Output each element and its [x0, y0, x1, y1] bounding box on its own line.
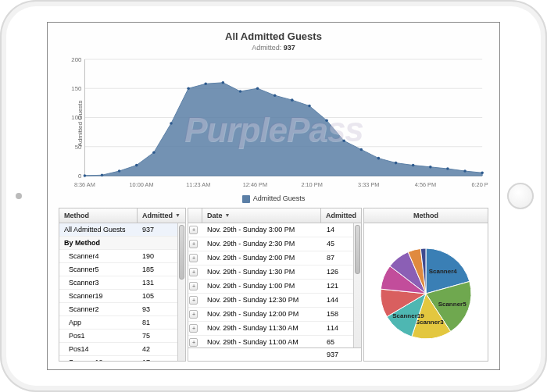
svg-point-32 — [291, 98, 294, 102]
svg-point-31 — [274, 94, 277, 97]
svg-point-40 — [429, 166, 432, 169]
device-frame: All Admitted Guests Admitted: 937 Admitt… — [0, 0, 547, 392]
table-row[interactable]: Scanner1017 — [59, 356, 185, 361]
screen: All Admitted Guests Admitted: 937 Admitt… — [47, 22, 500, 370]
expand-icon[interactable]: + — [189, 338, 198, 347]
svg-text:4:56 PM: 4:56 PM — [415, 181, 436, 188]
scrollbar-track[interactable] — [353, 223, 361, 347]
svg-text:6:20 PM: 6:20 PM — [471, 181, 488, 188]
expand-icon[interactable]: + — [189, 240, 198, 248]
svg-point-41 — [446, 167, 449, 170]
table-row[interactable]: + Nov. 29th - Sunday 12:30 PM 144 — [188, 294, 361, 308]
subtitle: Admitted: 937 — [59, 44, 488, 52]
home-button[interactable] — [507, 183, 534, 209]
expand-icon[interactable]: + — [189, 254, 198, 262]
svg-point-38 — [395, 162, 398, 165]
page-title: All Admitted Guests — [59, 30, 488, 42]
table-row[interactable]: + Nov. 29th - Sunday 11:30 AM 114 — [188, 322, 361, 336]
svg-text:12:46 PM: 12:46 PM — [243, 181, 267, 188]
svg-point-23 — [135, 164, 138, 167]
table-row[interactable]: Scanner293 — [59, 303, 185, 316]
date-panel: Date▼ Admitted + Nov. 29th - Sunday 3:00… — [188, 208, 362, 362]
legend-swatch — [242, 195, 250, 203]
table-row[interactable]: Scanner3131 — [59, 276, 185, 290]
scrollbar-thumb[interactable] — [179, 225, 184, 280]
svg-text:2:10 PM: 2:10 PM — [301, 181, 322, 188]
svg-text:150: 150 — [71, 85, 82, 92]
table-row[interactable]: + Nov. 29th - Sunday 3:00 PM 14 — [188, 223, 361, 237]
date-footer: 937 — [188, 347, 361, 361]
expand-icon[interactable]: + — [189, 282, 198, 290]
col-date[interactable]: Date▼ — [202, 208, 321, 223]
table-row[interactable]: + Nov. 29th - Sunday 11:00 AM 65 — [188, 336, 361, 347]
footer-total: 937 — [322, 348, 361, 361]
table-row[interactable]: + Nov. 29th - Sunday 2:30 PM 45 — [188, 237, 361, 251]
sort-desc-icon: ▼ — [224, 212, 230, 218]
svg-point-27 — [204, 82, 207, 85]
table-row[interactable]: Pos175 — [59, 330, 185, 343]
admitted-total: 937 — [284, 44, 295, 52]
svg-text:8:36 AM: 8:36 AM — [74, 181, 95, 188]
section-header: By Method — [59, 237, 185, 250]
col-method-pie: Method — [364, 208, 488, 223]
scrollbar-track[interactable] — [177, 223, 185, 361]
svg-point-42 — [463, 169, 467, 173]
svg-point-36 — [360, 148, 363, 151]
svg-text:200: 200 — [71, 56, 82, 63]
table-row[interactable]: + Nov. 29th - Sunday 1:30 PM 126 — [188, 265, 361, 280]
expand-icon[interactable]: + — [189, 296, 198, 305]
expand-icon[interactable]: + — [189, 324, 198, 333]
svg-text:11:23 AM: 11:23 AM — [186, 181, 210, 188]
table-row[interactable]: Pos1442 — [59, 343, 185, 356]
pie-chart: Scanner4Scanner5Scanner3Scanner19 — [364, 223, 488, 361]
chart-legend: Admitted Guests — [59, 194, 488, 203]
expand-icon[interactable]: + — [189, 310, 198, 319]
col-method[interactable]: Method — [59, 208, 138, 223]
col-admitted[interactable]: Admitted▼ — [138, 208, 185, 223]
table-row[interactable]: + Nov. 29th - Sunday 12:00 PM 158 — [188, 308, 361, 322]
legend-label: Admitted Guests — [253, 194, 306, 202]
svg-point-26 — [187, 87, 190, 90]
svg-point-43 — [481, 171, 484, 174]
svg-point-30 — [256, 87, 259, 90]
svg-text:0: 0 — [78, 173, 82, 180]
subtitle-prefix: Admitted: — [252, 44, 284, 52]
scrollbar-thumb[interactable] — [355, 225, 360, 275]
table-row[interactable]: Scanner5185 — [59, 263, 185, 276]
table-row[interactable]: App81 — [59, 316, 185, 330]
svg-point-21 — [101, 173, 104, 176]
table-row[interactable]: Scanner4190 — [59, 250, 185, 263]
svg-point-24 — [152, 151, 156, 154]
svg-point-29 — [239, 90, 242, 93]
title-area: All Admitted Guests Admitted: 937 — [59, 30, 488, 52]
svg-point-25 — [170, 122, 173, 125]
col-expand — [188, 208, 202, 223]
svg-point-20 — [84, 174, 87, 177]
svg-text:3:33 PM: 3:33 PM — [358, 181, 379, 188]
pie-panel: Method Scanner4Scanner5Scanner3Scanner19 — [363, 208, 488, 362]
table-row[interactable]: + Nov. 29th - Sunday 1:00 PM 121 — [188, 280, 361, 294]
sort-desc-icon: ▼ — [175, 212, 181, 218]
svg-point-34 — [325, 119, 328, 122]
svg-point-37 — [377, 157, 381, 160]
col-admitted[interactable]: Admitted — [321, 208, 361, 223]
svg-point-22 — [118, 169, 121, 173]
svg-point-33 — [308, 105, 311, 108]
admitted-chart: Admitted Guests PurplePass 0501001502008… — [59, 55, 488, 191]
table-row[interactable]: Scanner19105 — [59, 290, 185, 303]
expand-icon[interactable]: + — [189, 268, 198, 276]
svg-point-39 — [412, 164, 415, 167]
svg-point-28 — [222, 81, 225, 84]
method-panel: Method Admitted▼ All Admitted Guests937B… — [59, 208, 186, 362]
table-row[interactable]: + Nov. 29th - Sunday 2:00 PM 87 — [188, 251, 361, 265]
camera-dot — [16, 193, 22, 199]
svg-text:10:00 AM: 10:00 AM — [130, 181, 154, 188]
table-row[interactable]: All Admitted Guests937 — [59, 223, 185, 237]
y-axis-label: Admitted Guests — [77, 100, 84, 146]
svg-point-35 — [342, 140, 345, 143]
expand-icon[interactable]: + — [189, 226, 198, 234]
